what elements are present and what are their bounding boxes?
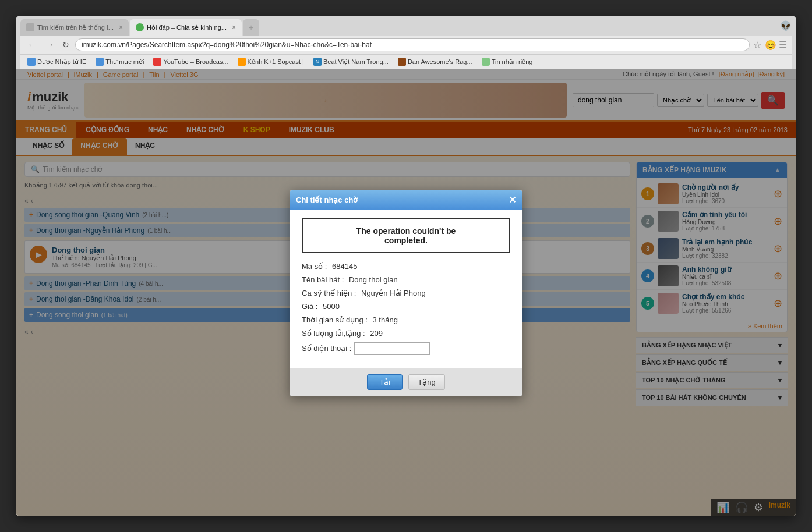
ca-sy-label: Ca sỹ thể hiện :: [302, 289, 356, 297]
youtube-icon: [153, 58, 161, 66]
bookmark-youtube-label: YouTube – Broadcas...: [163, 58, 228, 65]
thoi-gian-value: 3 tháng: [373, 315, 398, 324]
ma-so-value: 684145: [332, 262, 357, 271]
tang-button[interactable]: Tặng: [408, 374, 444, 390]
alien-icon: 👽: [780, 20, 792, 35]
bookmark-sopcast-label: Kênh K+1 Sopcast |: [248, 58, 304, 65]
field-so-luong: Số lượng tải,tặng : 209: [302, 329, 510, 338]
tab-1-icon: [26, 23, 34, 31]
tab-2-label: Hỏi đáp – Chia sẻ kinh ng...: [147, 24, 227, 31]
tab-3-label: +: [249, 23, 253, 32]
forward-button[interactable]: →: [43, 38, 57, 51]
dialog: Chi tiết nhạc chờ ✕ The operation couldn…: [290, 190, 522, 396]
so-luong-label: Số lượng tải,tặng :: [302, 329, 365, 338]
bookmark-new-folder[interactable]: Thư mục mới: [93, 56, 146, 67]
bookmark-new-label: Thư mục mới: [105, 58, 144, 66]
menu-button[interactable]: ☰: [779, 40, 787, 51]
browser-chrome: Tìm kiếm trên hệ thống I... × Hỏi đáp – …: [16, 16, 796, 69]
field-ten-bai-hat: Tên bài hát : Dong thoi gian: [302, 275, 510, 284]
phone-input[interactable]: [354, 342, 430, 355]
dialog-title: Chi tiết nhạc chờ: [296, 196, 358, 204]
bookmark-sopcast[interactable]: Kênh K+1 Sopcast |: [235, 56, 306, 67]
field-thoi-gian: Thời gian sử dụng : 3 tháng: [302, 315, 510, 324]
bookmark-youtube[interactable]: YouTube – Broadcas...: [151, 56, 230, 67]
phone-label: Số điện thoại :: [302, 344, 351, 353]
folder-icon: [96, 58, 104, 66]
website: Viettel portal | iMuzik | Game portal | …: [16, 69, 796, 516]
thoi-gian-label: Thời gian sử dụng :: [302, 315, 368, 324]
nav-bar: ← → ↻ ☆ 😊 ☰: [20, 36, 792, 55]
folder-blue-icon: [27, 58, 36, 66]
ma-so-label: Mã số :: [302, 262, 327, 271]
bookmark-dan-label: Dan Awesome's Rag...: [408, 58, 472, 65]
reload-button[interactable]: ↻: [60, 39, 72, 51]
bookmark-beat[interactable]: N Beat Việt Nam Trong...: [311, 56, 391, 67]
tab-1[interactable]: Tìm kiếm trên hệ thống I... ×: [20, 19, 129, 36]
bookmark-chat-label: Tin nhắn riêng: [492, 58, 533, 66]
bookmark-ie[interactable]: Được Nhập từ IE: [25, 56, 89, 67]
gia-value: 5000: [323, 302, 340, 311]
chat-icon: [482, 58, 490, 66]
tab-1-close[interactable]: ×: [119, 23, 123, 31]
nav-icons: 😊 ☰: [765, 40, 787, 51]
dialog-body: The operation couldn't be completed. Mã …: [290, 210, 522, 368]
dialog-close-button[interactable]: ✕: [509, 194, 516, 205]
so-luong-value: 209: [370, 329, 383, 338]
address-bar[interactable]: [75, 38, 750, 51]
field-phone: Số điện thoại :: [302, 342, 510, 355]
bookmark-chat[interactable]: Tin nhắn riêng: [479, 56, 535, 67]
dialog-titlebar: Chi tiết nhạc chờ ✕: [290, 190, 522, 210]
error-line2: completed.: [310, 236, 502, 245]
bookmark-ie-label: Được Nhập từ IE: [37, 58, 86, 66]
dan-icon: [398, 58, 406, 66]
beat-icon: N: [313, 58, 322, 66]
error-box: The operation couldn't be completed.: [302, 218, 510, 253]
back-button[interactable]: ←: [25, 38, 39, 51]
sopcast-icon: [238, 58, 246, 66]
tab-2[interactable]: Hỏi đáp – Chia sẻ kinh ng... ×: [130, 19, 242, 36]
bookmark-dan[interactable]: Dan Awesome's Rag...: [396, 56, 475, 67]
bookmarks-bar: Được Nhập từ IE Thư mục mới YouTube – Br…: [20, 55, 792, 69]
error-line1: The operation couldn't be: [310, 226, 502, 236]
field-ca-sy: Ca sỹ thể hiện : Nguyễn Hải Phong: [302, 289, 510, 297]
tab-2-icon: [136, 23, 144, 31]
field-ma-so: Mã số : 684145: [302, 262, 510, 271]
dialog-overlay: Chi tiết nhạc chờ ✕ The operation couldn…: [16, 69, 796, 516]
dialog-footer: Tải Tặng: [290, 368, 522, 396]
ca-sy-value: Nguyễn Hải Phong: [361, 289, 426, 297]
user-icon-btn[interactable]: 😊: [765, 40, 776, 51]
tab-2-close[interactable]: ×: [232, 23, 236, 31]
gia-label: Giá :: [302, 302, 317, 311]
tab-3[interactable]: +: [243, 19, 259, 36]
tai-button[interactable]: Tải: [367, 374, 403, 390]
ten-bai-hat-value: Dong thoi gian: [349, 275, 398, 284]
tab-bar: Tìm kiếm trên hệ thống I... × Hỏi đáp – …: [20, 19, 792, 36]
tab-1-label: Tìm kiếm trên hệ thống I...: [37, 24, 114, 31]
bookmark-star-icon[interactable]: ☆: [753, 40, 761, 51]
bookmark-beat-label: Beat Việt Nam Trong...: [323, 58, 389, 66]
field-gia: Giá : 5000: [302, 302, 510, 311]
browser-content: Viettel portal | iMuzik | Game portal | …: [16, 69, 796, 516]
ten-bai-hat-label: Tên bài hát :: [302, 275, 344, 284]
browser-window: Tìm kiếm trên hệ thống I... × Hỏi đáp – …: [16, 16, 796, 516]
